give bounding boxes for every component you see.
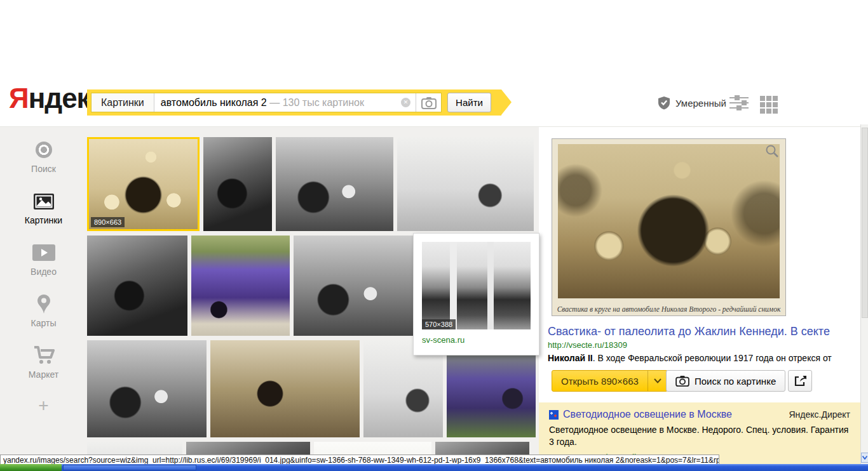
sidebar-item-search[interactable]: Поиск — [0, 138, 87, 174]
sidebar-item-label: Поиск — [0, 164, 87, 174]
image-thumbnail[interactable] — [87, 340, 207, 437]
vertical-scrollbar[interactable] — [860, 124, 868, 464]
safe-search-filter[interactable]: Умеренный — [658, 96, 726, 110]
size-badge: 890×663 — [91, 217, 125, 227]
view-grid-icon[interactable] — [760, 96, 778, 114]
yandex-direct-label: Яндекс.Директ — [789, 409, 850, 420]
search-service-icon — [36, 142, 52, 158]
search-form: Картинки автомобиль николая 2 — 130 тыс … — [87, 90, 501, 116]
result-url[interactable]: http://vsecte.ru/18309 — [548, 340, 627, 350]
taskbar-window-button[interactable] — [63, 465, 196, 470]
image-thumbnail[interactable] — [276, 137, 393, 231]
sidebar-item-label: Карты — [0, 318, 87, 328]
image-thumbnail[interactable] — [87, 236, 187, 336]
status-bar-url: yandex.ru/images/search?source=wiz&img_u… — [0, 454, 719, 465]
search-arrow-decoration — [501, 90, 512, 115]
sidebar-item-label: Картинки — [0, 215, 87, 225]
camera-icon — [675, 375, 689, 387]
preview-photo-art — [558, 144, 780, 298]
sidebar-more-button[interactable]: + — [0, 395, 87, 416]
image-thumbnail[interactable] — [294, 236, 417, 336]
magnifier-icon[interactable] — [765, 144, 779, 161]
size-badge: 570×388 — [422, 319, 456, 329]
services-sidebar: Поиск Картинки Видео Карты Маркет + — [0, 138, 87, 416]
scrollbar-down-button[interactable] — [861, 453, 868, 463]
ad-title-link[interactable]: Светодиодное освещение в Москве — [563, 409, 789, 420]
share-icon — [794, 375, 806, 387]
safe-filter-label: Умеренный — [675, 98, 726, 109]
image-thumbnail[interactable] — [210, 340, 360, 437]
result-title-link[interactable]: Свастика- от палеолита до Жаклин Кеннеди… — [548, 325, 853, 338]
hover-preview-card[interactable]: 570×388 sv-scena.ru — [413, 233, 539, 355]
logo-letter: Я — [9, 83, 29, 114]
preview-image[interactable]: Свастика в круге на автомобиле Николая В… — [552, 138, 786, 316]
camera-search-icon[interactable] — [416, 93, 441, 112]
clear-icon[interactable]: ✕ — [401, 98, 410, 107]
market-service-icon — [0, 344, 87, 367]
search-field: Картинки автомобиль николая 2 — 130 тыс … — [91, 93, 442, 112]
hover-card-domain[interactable]: sv-scena.ru — [422, 335, 531, 345]
chevron-down-icon[interactable] — [648, 371, 667, 391]
maps-service-icon — [0, 293, 87, 315]
taskbar — [0, 464, 868, 471]
sidebar-item-video[interactable]: Видео — [0, 241, 87, 277]
display-settings-icon[interactable] — [729, 95, 749, 110]
image-thumbnail[interactable] — [397, 137, 534, 231]
sidebar-item-label: Маркет — [0, 369, 87, 380]
result-description: Николай II. В ходе Февральской революции… — [548, 353, 865, 363]
scroll-down-icon — [862, 456, 867, 460]
search-input[interactable]: автомобиль николая 2 — 130 тыс картинок — [154, 97, 401, 109]
open-image-button[interactable]: Открыть 890×663 — [552, 370, 668, 392]
open-button-label: Открыть 890×663 — [552, 371, 648, 391]
sidebar-item-label: Видео — [0, 267, 87, 277]
search-by-image-button[interactable]: Поиск по картинке — [666, 370, 785, 392]
find-button[interactable]: Найти — [447, 93, 491, 112]
ad-body-text: Светодиодное освещение в Москве. Недорог… — [549, 424, 855, 448]
sidebar-item-maps[interactable]: Карты — [0, 293, 87, 328]
sidebar-item-market[interactable]: Маркет — [0, 344, 87, 380]
image-thumbnail[interactable] — [203, 137, 272, 231]
shield-icon — [658, 96, 670, 110]
search-scope-tab[interactable]: Картинки — [92, 93, 154, 112]
image-thumbnail[interactable]: 890×663 — [87, 137, 200, 231]
taskbar-start-area[interactable] — [0, 464, 62, 471]
video-service-icon — [0, 241, 87, 264]
hover-card-image[interactable]: 570×388 — [422, 242, 531, 329]
search-by-image-label: Поиск по картинке — [695, 376, 776, 387]
scrollbar-thumb[interactable] — [862, 128, 868, 318]
image-thumbnail[interactable] — [191, 236, 290, 336]
sidebar-item-images[interactable]: Картинки — [0, 190, 87, 225]
preview-photo-caption: Свастика в круге на автомобиле Николая В… — [552, 305, 785, 313]
ad-favicon — [549, 410, 559, 420]
images-service-icon — [0, 190, 87, 213]
share-button[interactable] — [788, 370, 812, 392]
